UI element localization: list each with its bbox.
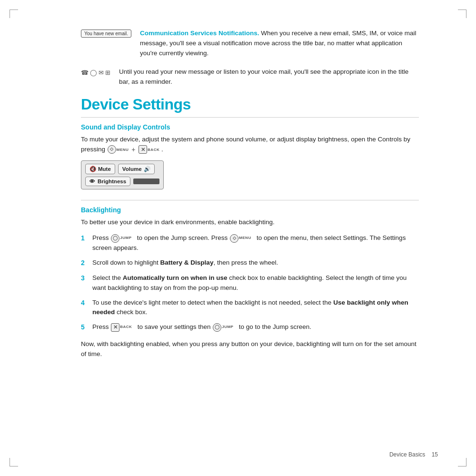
controls-widget: 🔇 Mute Volume 🔊 👁 Brightness (81, 160, 164, 189)
title-bar-icons: ☎ ◯ ✉ ⊞ (81, 69, 110, 77)
step-5-num: 5 (81, 322, 92, 333)
step-2-num: 2 (81, 258, 92, 268)
corner-mark-br (458, 458, 466, 466)
brightness-button[interactable]: 👁 Brightness (85, 177, 130, 186)
section-divider-2 (81, 200, 419, 200)
corner-mark-tr (458, 10, 466, 18)
step-2: 2 Scroll down to highlight Battery & Dis… (81, 258, 419, 268)
sound-display-text: To mute your device, adjust the system a… (81, 136, 410, 153)
period: . (161, 146, 163, 153)
step-2-text: Scroll down to highlight Battery & Displ… (92, 258, 419, 268)
back-key-icon-2: ✕ (111, 323, 119, 332)
backlighting-closing: Now, with backlighting enabled, when you… (81, 339, 419, 359)
notification-text-2: Until you read your new message or liste… (119, 67, 419, 87)
email-notification-icon: You have new email. (81, 30, 131, 37)
main-content: You have new email. Communication Servic… (81, 29, 419, 359)
backlighting-subtitle: Backlighting (81, 206, 419, 214)
menu-key-icon: ◇ (108, 145, 116, 154)
battery-display-label: Battery & Display (160, 259, 214, 266)
sound-display-body: To mute your device, adjust the system a… (81, 135, 419, 155)
step-4-num: 4 (81, 298, 92, 308)
step-1-num: 1 (81, 233, 92, 244)
envelope-icon: ✉ (99, 69, 104, 77)
step-5: 5 Press ✕BACK to save your settings then… (81, 322, 419, 333)
back-key-label: BACK (148, 147, 159, 151)
brightness-label-text: Brightness (98, 178, 126, 184)
jump-key-icon-2: ◯ (213, 323, 221, 332)
section-divider-1 (81, 117, 419, 118)
mute-icon: 🔇 (89, 166, 96, 172)
volume-icon: 🔊 (144, 166, 150, 172)
device-settings-heading: Device Settings (81, 96, 419, 113)
brightness-bar[interactable] (133, 178, 159, 184)
volume-button[interactable]: Volume 🔊 (118, 164, 155, 174)
notification-block-2: ☎ ◯ ✉ ⊞ Until you read your new message … (81, 67, 419, 87)
volume-label: Volume (122, 166, 142, 172)
eye-icon: 👁 (89, 178, 95, 184)
step-3-num: 3 (81, 273, 92, 284)
signal-icon: ⊞ (105, 69, 110, 77)
back-key-icon: ✕ (139, 145, 147, 154)
controls-top-row: 🔇 Mute Volume 🔊 (85, 164, 159, 174)
corner-mark-tl (10, 10, 18, 18)
step-5-text: Press ✕BACK to save your settings then ◯… (92, 322, 419, 332)
corner-mark-bl (10, 458, 18, 466)
page: You have new email. Communication Servic… (0, 0, 476, 476)
circle-icon: ◯ (90, 69, 97, 77)
notification-text-1: Communication Services Notifications. Wh… (140, 29, 419, 59)
menu-key-label-2: MENU (239, 236, 251, 240)
step-1-text: Press ◯JUMP to open the Jump screen. Pre… (92, 233, 419, 253)
use-backlight-label: Use backlight only when needed (92, 299, 408, 316)
menu-key-label: MENU (117, 147, 129, 151)
step-4: 4 To use the device's light meter to det… (81, 298, 419, 318)
mute-button[interactable]: 🔇 Mute (85, 164, 115, 174)
notification-highlight: Communication Services Notifications. (140, 30, 259, 37)
notification-block-1: You have new email. Communication Servic… (81, 29, 419, 59)
jump-key-label-1: JUMP (120, 236, 131, 240)
back-key-label-2: BACK (120, 325, 132, 329)
jump-key-icon-1: ◯ (111, 234, 119, 243)
footer-title: Device Basics (389, 451, 425, 458)
step-1: 1 Press ◯JUMP to open the Jump screen. P… (81, 233, 419, 253)
phone-icon: ☎ (81, 69, 89, 77)
steps-list: 1 Press ◯JUMP to open the Jump screen. P… (81, 233, 419, 333)
step-3: 3 Select the Automatically turn on when … (81, 273, 419, 293)
page-footer: Device Basics 15 (389, 451, 438, 458)
menu-key-icon-2: ◇ (230, 234, 238, 243)
page-number: 15 (432, 451, 438, 458)
mute-label: Mute (98, 166, 111, 172)
backlighting-intro: To better use your device in dark enviro… (81, 218, 419, 228)
sound-display-subtitle: Sound and Display Controls (81, 123, 419, 131)
jump-key-label-2: JUMP (222, 325, 233, 329)
email-badge: You have new email. (81, 30, 131, 38)
auto-turn-on-label: Automatically turn on when in use (123, 274, 228, 281)
plus-sign: + (131, 146, 135, 153)
brightness-row: 👁 Brightness (85, 177, 159, 186)
step-3-text: Select the Automatically turn on when in… (92, 273, 419, 293)
step-4-text: To use the device's light meter to detec… (92, 298, 419, 318)
